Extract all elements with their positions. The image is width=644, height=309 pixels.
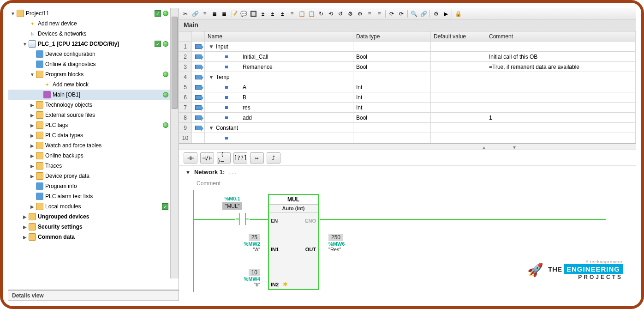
in1-address: %MW2 [235,241,260,247]
tree-item[interactable]: ▶Online backups [8,151,179,161]
ladder-tool-button[interactable]: ⤴ [267,152,280,164]
tree-item[interactable]: ⇅Devices & networks [8,29,179,39]
var-row[interactable]: 4 ▼Temp [179,72,636,82]
tree-item[interactable]: ▶Traces [8,161,179,171]
tree-item[interactable]: ▶PLC tags [8,120,179,130]
col-default: Default value [431,31,486,41]
toolbar-button[interactable]: ✂ [181,10,190,18]
out-label: "Res" [328,247,345,252]
toolbar-button[interactable]: ⚙ [346,10,355,18]
network-header[interactable]: ▼ Network 1: ..... [179,166,636,178]
tree-item[interactable]: ▼Program blocks [8,69,179,79]
toolbar-button[interactable]: ≣ [220,10,229,18]
toolbar-button[interactable]: ⟳ [387,10,396,18]
tree-item[interactable]: ✦Add new device [8,18,179,29]
details-view-bar[interactable]: Details view [8,290,179,301]
out-address: %MW6 [328,241,345,247]
tree-root[interactable]: ▼Project11✓ [8,8,179,18]
tree-item[interactable]: ▼PLC_1 [CPU 1214C DC/DC/Rly]✓ [8,39,179,49]
toolbar-button[interactable]: ± [278,10,287,18]
project-tree[interactable]: ▼Project11✓ ✦Add new device⇅Devices & ne… [8,8,179,290]
tree-item[interactable]: ▶Common data [8,232,179,242]
tree-item[interactable]: ▶Watch and force tables [8,140,179,151]
tree-item[interactable]: ▶Security settings [8,222,179,232]
toolbar-button[interactable]: ↻ [316,10,326,18]
tree-item[interactable]: Program info [8,181,179,191]
contact-label: "MUL" [222,202,242,210]
tree-item[interactable]: Device configuration [8,49,179,59]
tree-item[interactable]: ▶External source files [8,110,179,120]
toolbar-button[interactable]: ≡ [365,10,374,18]
toolbar-button[interactable]: ↺ [336,10,345,18]
var-header-row: Name Data type Default value Comment [179,31,636,42]
ladder-tool-button[interactable]: ↦ [250,152,264,164]
port-eno: ENO [305,218,316,224]
tree-item[interactable]: ▶PLC data types [8,130,179,140]
tag-icon [195,44,202,49]
toolbar-button[interactable]: 🔒 [453,10,463,18]
tree-item[interactable]: ✦Add new block [8,79,179,90]
network-title: Network 1: [194,169,225,176]
ladder-tool-button[interactable]: ⊣⊢ [184,152,197,164]
ladder-tool-button[interactable]: ⊣/⊢ [200,152,214,164]
port-in2: IN2 [271,282,279,287]
toolbar-button[interactable]: 📋 [307,10,316,18]
toolbar-button[interactable]: 🔍 [409,10,418,18]
port-in1: IN1 [271,247,279,252]
no-contact-icon[interactable]: ┤├ [235,213,250,225]
toolbar-button[interactable]: ≡ [287,10,297,18]
toolbar-button[interactable]: ⚙ [355,10,364,18]
toolbar-button[interactable]: ± [258,10,268,18]
toolbar-button[interactable]: ⟳ [397,10,406,18]
var-row[interactable]: 5 A Int [179,82,636,92]
ladder-tool-button[interactable]: –( )– [217,152,231,164]
col-comment: Comment [486,31,636,41]
in1-value: 25 [249,234,260,241]
star-icon: ✱ [283,281,288,288]
tree-item[interactable]: ▶Device proxy data [8,171,179,181]
tree-item[interactable]: ▶Technology objects [8,100,179,110]
tree-item[interactable]: PLC alarm text lists [8,191,179,201]
mul-block[interactable]: MUL Auto (Int) EN ENO IN1 OUT IN2 ✱ [268,194,319,290]
tag-icon [195,115,202,120]
var-row[interactable]: 2 Initial_Call Bool Initial call of this… [179,52,636,62]
col-type: Data type [353,31,431,41]
tree-item[interactable]: ▶Local modules✓ [8,201,179,212]
network-expand-icon[interactable]: ▼ [185,170,191,175]
toolbar-button[interactable]: ⚙ [431,10,441,18]
var-row[interactable]: 7 res Int [179,103,636,113]
toolbar-button[interactable]: 📝 [229,10,239,18]
project-tree-panel: ▼Project11✓ ✦Add new device⇅Devices & ne… [8,8,179,301]
block-title: Main [179,19,636,31]
toolbar-button[interactable]: 🔗 [191,10,200,18]
toolbar-button[interactable]: 🔲 [249,10,258,18]
var-row[interactable]: 6 B Int [179,92,636,103]
splitter[interactable]: ▴▾ [179,144,636,150]
toolbar-button[interactable]: ⟲ [326,10,335,18]
col-name: Name [205,31,353,41]
port-out: OUT [305,247,316,252]
variable-table[interactable]: Name Data type Default value Comment 1 ▼… [179,31,636,144]
block-name: MUL [269,195,318,205]
var-row[interactable]: 8 add Bool 1 [179,113,636,123]
tag-icon [195,55,202,59]
tree-item[interactable]: Main [OB1] [8,90,179,100]
network-comment[interactable]: Comment [179,178,636,190]
var-row[interactable]: 9 ▼Constant [179,123,636,133]
tree-scrollbar[interactable] [170,8,179,279]
toolbar-button[interactable]: 📋 [297,10,306,18]
tree-item[interactable]: ▶Ungrouped devices [8,212,179,222]
tree-item[interactable]: Online & diagnostics [8,59,179,69]
toolbar-button[interactable]: ≡ [375,10,384,18]
ladder-tool-button[interactable]: [??] [233,152,247,164]
editor-panel: ✂🔗≡≣≣📝💬🔲±±±≡📋📋↻⟲↺⚙⚙≡≡⟳⟳🔍🔗⚙▶🔒 Main Name D… [179,8,636,301]
toolbar-button[interactable]: 💬 [239,10,248,18]
toolbar-button[interactable]: 🔗 [419,10,428,18]
var-row[interactable]: 3 Remanence Bool =True, if remanent data… [179,62,636,72]
toolbar-button[interactable]: ≣ [210,10,219,18]
var-row[interactable]: 10 [179,133,636,143]
var-row[interactable]: 1 ▼Input [179,42,636,52]
toolbar-button[interactable]: ± [268,10,277,18]
toolbar-button[interactable]: ▶ [441,10,450,18]
toolbar-button[interactable]: ≡ [200,10,209,18]
